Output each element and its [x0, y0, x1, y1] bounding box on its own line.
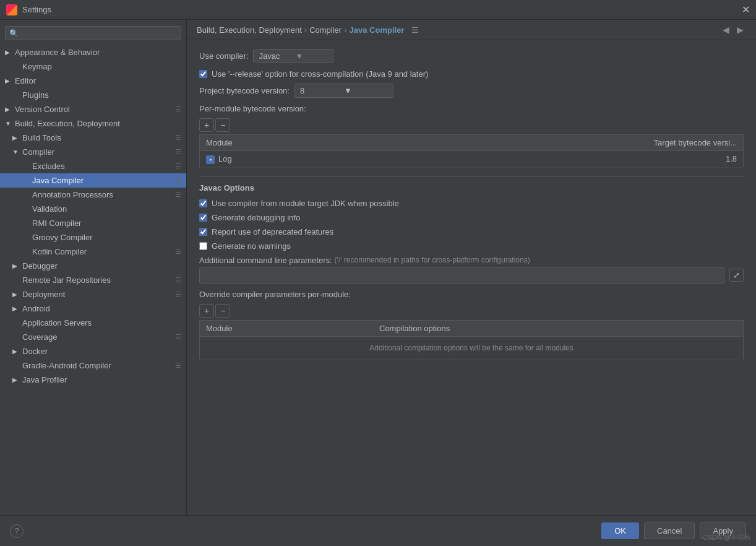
- per-module-table-section: + − Module Target bytecode versi... ▪Log: [199, 118, 744, 168]
- sidebar-item-android[interactable]: ▶ Android: [0, 301, 186, 316]
- cmd-params-input[interactable]: [199, 267, 724, 284]
- javac-checkbox-3[interactable]: [199, 228, 207, 236]
- sidebar-item-validation[interactable]: Validation: [0, 202, 186, 216]
- settings-icon: ☰: [175, 162, 181, 170]
- javac-option-4: Generate no warnings: [199, 241, 744, 251]
- ok-button[interactable]: OK: [601, 522, 639, 539]
- expand-arrow: ▶: [12, 305, 20, 312]
- override-empty-row: Additional compilation options will be t…: [200, 336, 744, 359]
- settings-icon: ☰: [175, 362, 181, 370]
- window-title: Settings: [22, 5, 51, 14]
- cmd-params-input-row: ⤢: [199, 267, 744, 284]
- sidebar-item-label: Gradle-Android Compiler: [22, 361, 175, 370]
- main-layout: 🔍 ▶ Appearance & Behavior Keymap ▶ Edito…: [0, 20, 756, 515]
- sidebar-item-java-profiler[interactable]: ▶ Java Profiler: [0, 373, 186, 387]
- sidebar-item-coverage[interactable]: Coverage ☰: [0, 330, 186, 344]
- cmd-params-row: Additional command line parameters: ('/'…: [199, 256, 744, 265]
- col-compilation-options: Compilation options: [373, 320, 744, 336]
- javac-option-3: Report use of deprecated features: [199, 227, 744, 236]
- sidebar-item-compiler[interactable]: ▼ Compiler ☰: [0, 145, 186, 159]
- close-button[interactable]: ✕: [742, 4, 750, 15]
- add-module-button[interactable]: +: [199, 118, 214, 132]
- search-box[interactable]: 🔍: [5, 26, 181, 40]
- javac-checkbox-2[interactable]: [199, 214, 207, 222]
- cancel-button[interactable]: Cancel: [644, 522, 695, 539]
- breadcrumb: Build, Execution, Deployment › Compiler …: [187, 20, 756, 40]
- javac-label-1: Use compiler from module target JDK when…: [212, 199, 399, 208]
- sidebar-item-label: Remote Jar Repositories: [22, 275, 175, 285]
- sidebar-item-build-exec[interactable]: ▼ Build, Execution, Deployment: [0, 116, 186, 131]
- nav-forward-button[interactable]: ▶: [734, 25, 746, 35]
- cell-module: ▪Log: [200, 151, 358, 168]
- sidebar-item-excludes[interactable]: Excludes ☰: [0, 159, 186, 173]
- sidebar-item-label: Plugins: [22, 90, 181, 100]
- sidebar-item-label: Validation: [32, 204, 181, 214]
- javac-label-2: Generate debugging info: [212, 213, 300, 222]
- sidebar-item-version-control[interactable]: ▶ Version Control ☰: [0, 102, 186, 116]
- help-button[interactable]: ?: [10, 524, 24, 538]
- sidebar-item-debugger[interactable]: ▶ Debugger: [0, 259, 186, 273]
- sidebar-item-editor[interactable]: ▶ Editor: [0, 74, 186, 88]
- expand-arrow: ▶: [5, 49, 12, 56]
- cell-target-bytecode: 1.8: [357, 151, 743, 168]
- javac-option-2: Generate debugging info: [199, 213, 744, 222]
- table-row[interactable]: ▪Log 1.8: [200, 151, 744, 168]
- chevron-down-icon: ▼: [344, 86, 388, 95]
- col-target-bytecode: Target bytecode versi...: [357, 135, 743, 151]
- nav-back-button[interactable]: ◀: [720, 25, 732, 35]
- sidebar-item-docker[interactable]: ▶ Docker: [0, 344, 186, 358]
- expand-arrow: ▶: [5, 77, 12, 84]
- sidebar-item-keymap[interactable]: Keymap: [0, 59, 186, 74]
- search-icon: 🔍: [9, 29, 19, 38]
- expand-arrow: ▶: [12, 262, 20, 269]
- sidebar-item-label: Coverage: [22, 332, 175, 342]
- sidebar-item-groovy[interactable]: Groovy Compiler: [0, 230, 186, 245]
- expand-arrow: ▶: [5, 106, 12, 113]
- sidebar-item-java-compiler[interactable]: Java Compiler ☰: [0, 173, 186, 188]
- expand-button[interactable]: ⤢: [729, 269, 744, 282]
- settings-icon: ☰: [175, 191, 181, 199]
- sidebar-item-label: Editor: [15, 76, 181, 85]
- breadcrumb-sep2: ›: [344, 25, 346, 35]
- sidebar-item-label: Appearance & Behavior: [15, 48, 181, 57]
- sidebar-item-label: Application Servers: [22, 318, 181, 327]
- breadcrumb-settings-icon: ☰: [411, 25, 419, 35]
- remove-module-button[interactable]: −: [215, 118, 230, 132]
- sidebar-item-appearance[interactable]: ▶ Appearance & Behavior: [0, 45, 186, 59]
- cross-compile-checkbox[interactable]: [199, 70, 207, 78]
- version-dropdown[interactable]: 8 ▼: [294, 84, 393, 98]
- sidebar-item-label: Build, Execution, Deployment: [15, 119, 181, 128]
- settings-icon: ☰: [175, 276, 181, 284]
- sidebar-item-plugins[interactable]: Plugins: [0, 88, 186, 102]
- remove-override-button[interactable]: −: [215, 304, 230, 318]
- title-bar: Settings ✕: [0, 0, 756, 20]
- breadcrumb-build[interactable]: Build, Execution, Deployment: [197, 25, 302, 35]
- override-hint: Additional compilation options will be t…: [206, 340, 737, 356]
- sidebar-item-app-servers[interactable]: Application Servers: [0, 316, 186, 330]
- sidebar-item-label: Annotation Processors: [32, 190, 175, 199]
- sidebar-item-gradle-android[interactable]: Gradle-Android Compiler ☰: [0, 358, 186, 373]
- sidebar-item-remote-jar[interactable]: Remote Jar Repositories ☰: [0, 273, 186, 287]
- sidebar-item-rmi[interactable]: RMI Compiler: [0, 216, 186, 230]
- javac-checkbox-4[interactable]: [199, 242, 207, 250]
- expand-arrow: ▼: [5, 120, 12, 127]
- sidebar-item-build-tools[interactable]: ▶ Build Tools ☰: [0, 131, 186, 145]
- compiler-dropdown[interactable]: Javac ▼: [253, 49, 333, 63]
- settings-icon: ☰: [175, 333, 181, 341]
- breadcrumb-compiler[interactable]: Compiler: [309, 25, 341, 35]
- table-header-row: Module Target bytecode versi...: [200, 135, 744, 151]
- col-module: Module: [200, 135, 358, 151]
- sidebar: 🔍 ▶ Appearance & Behavior Keymap ▶ Edito…: [0, 20, 187, 515]
- javac-option-1: Use compiler from module target JDK when…: [199, 199, 744, 208]
- sidebar-item-annotation[interactable]: Annotation Processors ☰: [0, 188, 186, 202]
- expand-arrow: ▶: [12, 348, 20, 355]
- javac-checkbox-1[interactable]: [199, 199, 207, 207]
- add-override-button[interactable]: +: [199, 304, 214, 318]
- cross-compile-label: Use '--release' option for cross-compila…: [212, 69, 428, 79]
- sidebar-item-deployment[interactable]: ▶ Deployment ☰: [0, 287, 186, 301]
- search-input[interactable]: [22, 28, 177, 38]
- settings-icon: ☰: [175, 134, 181, 142]
- cmd-params-label: Additional command line parameters:: [199, 256, 332, 265]
- sidebar-item-kotlin[interactable]: Kotlin Compiler ☰: [0, 245, 186, 259]
- breadcrumb-java-compiler[interactable]: Java Compiler: [350, 25, 405, 35]
